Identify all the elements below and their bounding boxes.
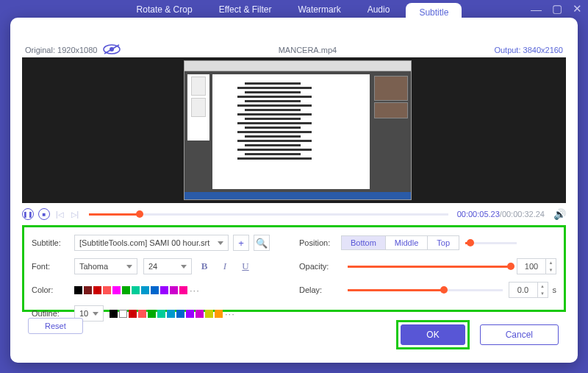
delay-value[interactable]: 0.0 bbox=[509, 282, 538, 298]
timeline-slider[interactable] bbox=[89, 213, 448, 216]
original-value: 1920x1080 bbox=[57, 46, 97, 54]
volume-icon[interactable]: 🔊 bbox=[553, 208, 566, 220]
opacity-value[interactable]: 100 bbox=[517, 258, 546, 274]
outline-swatch[interactable] bbox=[119, 310, 127, 318]
color-swatch[interactable] bbox=[141, 286, 149, 294]
color-swatch[interactable] bbox=[160, 286, 168, 294]
color-swatch[interactable] bbox=[179, 286, 187, 294]
filename: MANCERA.mp4 bbox=[121, 46, 494, 54]
delay-spinner[interactable]: ▲▼ bbox=[538, 282, 548, 298]
time-current: 00:00:05.23 bbox=[457, 210, 500, 219]
subtitle-label: Subtitle: bbox=[32, 238, 74, 247]
maximize-button[interactable]: ▢ bbox=[552, 2, 562, 15]
more-colors-button[interactable]: ··· bbox=[190, 285, 200, 296]
playback-controls: ❚❚ ■ |◁ ▷| 00:00:05.23/00:00:32.24 🔊 bbox=[22, 206, 566, 222]
minimize-button[interactable]: — bbox=[531, 3, 542, 15]
position-top[interactable]: Top bbox=[427, 235, 459, 250]
time-duration: 00:00:32.24 bbox=[502, 210, 545, 219]
color-swatch[interactable] bbox=[170, 286, 178, 294]
delay-unit: s bbox=[553, 285, 557, 294]
outline-swatch[interactable] bbox=[129, 310, 137, 318]
position-bottom[interactable]: Bottom bbox=[341, 235, 386, 250]
outline-swatch[interactable] bbox=[176, 310, 184, 318]
outline-swatches bbox=[110, 310, 223, 318]
delay-label: Delay: bbox=[299, 285, 342, 294]
outline-swatch[interactable] bbox=[196, 310, 204, 318]
underline-button[interactable]: U bbox=[237, 258, 254, 274]
prev-frame-button[interactable]: |◁ bbox=[54, 210, 65, 219]
search-subtitle-button[interactable]: 🔍 bbox=[254, 235, 270, 251]
pause-button[interactable]: ❚❚ bbox=[22, 208, 34, 220]
time-display: 00:00:05.23/00:00:32.24 bbox=[457, 210, 545, 219]
reset-button[interactable]: Reset bbox=[28, 318, 83, 334]
outline-swatch[interactable] bbox=[186, 310, 194, 318]
stop-button[interactable]: ■ bbox=[38, 208, 50, 220]
info-row: Original: 1920x1080 MANCERA.mp4 Output: … bbox=[25, 44, 563, 56]
more-outline-colors-button[interactable]: ··· bbox=[225, 308, 235, 319]
original-label: Original: bbox=[25, 46, 55, 54]
ok-button[interactable]: OK bbox=[401, 324, 465, 345]
compare-icon[interactable] bbox=[103, 44, 121, 56]
tab-effect-filter[interactable]: Effect & Filter bbox=[209, 0, 282, 22]
outline-swatch[interactable] bbox=[167, 310, 175, 318]
opacity-label: Opacity: bbox=[299, 262, 342, 271]
italic-button[interactable]: I bbox=[217, 258, 233, 274]
color-swatch[interactable] bbox=[132, 286, 140, 294]
color-swatch[interactable] bbox=[103, 286, 111, 294]
color-swatch[interactable] bbox=[93, 286, 101, 294]
font-label: Font: bbox=[32, 262, 74, 271]
outline-swatch[interactable] bbox=[205, 310, 213, 318]
delay-slider[interactable] bbox=[348, 289, 503, 291]
ok-highlight: OK bbox=[396, 320, 469, 349]
outline-swatch[interactable] bbox=[215, 310, 223, 318]
color-swatch[interactable] bbox=[74, 286, 82, 294]
color-swatch[interactable] bbox=[84, 286, 92, 294]
add-subtitle-button[interactable]: + bbox=[233, 235, 249, 251]
position-slider[interactable] bbox=[465, 242, 517, 244]
preview-frame bbox=[184, 60, 412, 200]
close-button[interactable]: ✕ bbox=[573, 2, 582, 15]
color-label: Color: bbox=[32, 285, 74, 294]
subtitle-editor: Subtitle: [SubtitleTools.com] SAMI 00 ho… bbox=[22, 225, 566, 312]
tab-subtitle[interactable]: Subtitle bbox=[406, 3, 462, 25]
position-middle[interactable]: Middle bbox=[385, 235, 428, 250]
cancel-button[interactable]: Cancel bbox=[480, 324, 559, 345]
color-swatch[interactable] bbox=[151, 286, 159, 294]
position-segment: Bottom Middle Top bbox=[342, 235, 459, 250]
output-label: Output: bbox=[494, 46, 520, 54]
outline-swatch[interactable] bbox=[110, 310, 118, 318]
font-size-dropdown[interactable]: 24 bbox=[143, 258, 192, 274]
subtitle-file-dropdown[interactable]: [SubtitleTools.com] SAMI 00 hour.srt bbox=[74, 235, 229, 251]
color-swatch[interactable] bbox=[122, 286, 130, 294]
outline-label: Outline: bbox=[32, 309, 74, 318]
tab-rotate-crop[interactable]: Rotate & Crop bbox=[126, 0, 203, 22]
dialog-buttons: OK Cancel bbox=[396, 320, 559, 349]
video-preview[interactable] bbox=[22, 57, 566, 203]
next-frame-button[interactable]: ▷| bbox=[70, 210, 81, 219]
position-label: Position: bbox=[299, 238, 342, 247]
opacity-spinner[interactable]: ▲▼ bbox=[546, 258, 556, 274]
color-swatches bbox=[74, 286, 187, 294]
tab-watermark[interactable]: Watermark bbox=[287, 0, 351, 22]
outline-swatch[interactable] bbox=[138, 310, 146, 318]
opacity-slider[interactable] bbox=[348, 266, 511, 268]
outline-swatch[interactable] bbox=[157, 310, 165, 318]
output-value: 3840x2160 bbox=[523, 46, 563, 54]
outline-swatch[interactable] bbox=[148, 310, 156, 318]
color-swatch[interactable] bbox=[112, 286, 121, 294]
main-panel: Rotate & Crop Effect & Filter Watermark … bbox=[10, 18, 578, 363]
font-family-dropdown[interactable]: Tahoma bbox=[74, 258, 137, 274]
tab-audio[interactable]: Audio bbox=[357, 0, 401, 22]
bold-button[interactable]: B bbox=[196, 258, 212, 274]
tab-bar: Rotate & Crop Effect & Filter Watermark … bbox=[10, 15, 578, 37]
